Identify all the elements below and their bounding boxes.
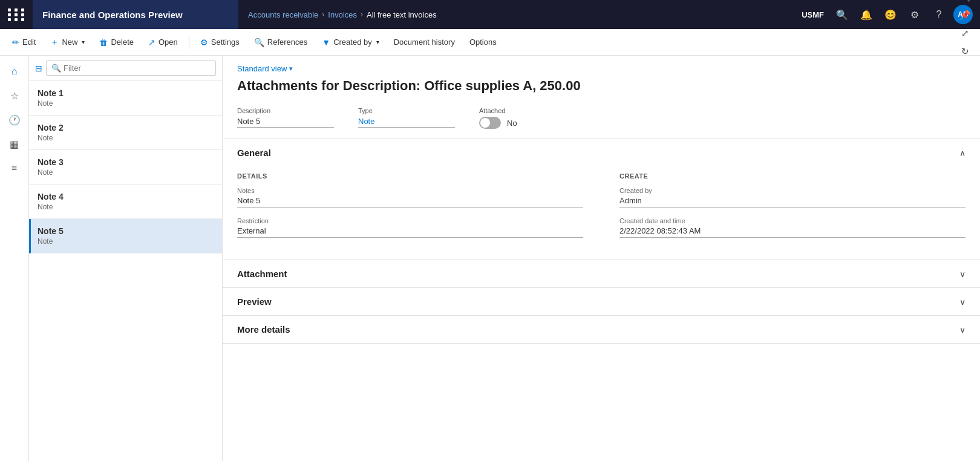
sidebar-icon-home[interactable]: ⌂ <box>4 60 25 82</box>
list-item[interactable]: Note 4 Note <box>29 185 222 219</box>
list-item-subtitle: Note <box>38 99 214 108</box>
action-pin-button[interactable]: 📌 <box>956 6 974 24</box>
standard-view-selector[interactable]: Standard view ▾ <box>237 64 965 73</box>
general-section-title: General <box>237 148 271 158</box>
notes-value[interactable]: Note 5 <box>237 196 583 208</box>
list-item-title: Note 3 <box>38 157 214 167</box>
description-label: Description <box>237 107 334 114</box>
settings-toolbar-button[interactable]: ⚙ Settings <box>194 35 246 50</box>
list-item-title: Note 5 <box>38 226 214 236</box>
list-item[interactable]: Note 3 Note <box>29 150 222 185</box>
created-by-value[interactable]: Admin <box>619 196 965 208</box>
list-item-subtitle: Note <box>38 237 214 246</box>
open-button[interactable]: ↗ Open <box>142 35 184 50</box>
list-items: Note 1 Note Note 2 Note Note 3 Note Note… <box>29 81 222 461</box>
search-button[interactable]: 🔍 <box>832 5 852 24</box>
delete-icon: 🗑 <box>99 38 108 47</box>
list-item-title: Note 2 <box>38 123 214 132</box>
breadcrumb-invoices[interactable]: Invoices <box>328 10 357 19</box>
settings-button[interactable]: ⚙ <box>905 5 924 24</box>
attached-field: Attached No <box>479 107 576 129</box>
toggle-knob <box>480 118 490 128</box>
description-field: Description Note 5 <box>237 107 334 129</box>
attached-toggle-label: No <box>507 119 517 128</box>
main-layout: ⌂ ☆ 🕐 ▦ ≡ ⊟ 🔍 Note 1 Note Note 2 Note No… <box>0 56 980 461</box>
fields-row: Description Note 5 Type Note Attached No <box>223 100 980 139</box>
delete-button[interactable]: 🗑 Delete <box>93 35 140 50</box>
sidebar-icon-list[interactable]: ≡ <box>4 157 25 179</box>
general-section: General ∧ DETAILS Notes Note 5 Restricti… <box>223 139 980 260</box>
edit-button[interactable]: ✏ Edit <box>6 35 42 50</box>
notes-label: Notes <box>237 187 583 194</box>
sidebar-icons: ⌂ ☆ 🕐 ▦ ≡ <box>0 56 29 461</box>
created-date-value[interactable]: 2/22/2022 08:52:43 AM <box>619 226 965 238</box>
preview-section-header[interactable]: Preview ∨ <box>223 288 980 315</box>
type-label: Type <box>358 107 455 114</box>
app-title: Finance and Operations Preview <box>33 0 238 29</box>
options-button[interactable]: Options <box>463 35 503 49</box>
list-item[interactable]: Note 1 Note <box>29 81 222 116</box>
action-expand-button[interactable]: ⤢ <box>956 24 974 42</box>
preview-section-title: Preview <box>237 296 272 307</box>
filter-search-icon: 🔍 <box>51 64 61 73</box>
list-item-title: Note 1 <box>38 88 214 98</box>
detail-header: Standard view ▾ Attachments for Descript… <box>223 56 980 100</box>
type-value[interactable]: Note <box>358 117 455 128</box>
top-bar: Finance and Operations Preview Accounts … <box>0 0 980 29</box>
description-value[interactable]: Note 5 <box>237 117 334 128</box>
top-bar-right: USMF 🔍 🔔 😊 ⚙ ? AD <box>802 5 973 24</box>
breadcrumb: Accounts receivable › Invoices › All fre… <box>238 10 802 19</box>
list-item-subtitle: Note <box>38 134 214 142</box>
action-search-button[interactable]: 🔍 <box>956 0 974 6</box>
notes-field: Notes Note 5 <box>237 187 583 208</box>
sidebar-icon-grid[interactable]: ▦ <box>4 133 25 155</box>
general-section-header[interactable]: General ∧ <box>223 139 980 166</box>
details-col-left: DETAILS Notes Note 5 Restriction Externa… <box>237 172 583 247</box>
document-history-button[interactable]: Document history <box>388 35 461 49</box>
restriction-label: Restriction <box>237 217 583 224</box>
preview-section: Preview ∨ <box>223 288 980 316</box>
filter-icon: ▼ <box>322 38 330 47</box>
sidebar-icon-clock[interactable]: 🕐 <box>4 109 25 131</box>
open-icon: ↗ <box>148 38 155 47</box>
help-button[interactable]: ? <box>929 5 949 24</box>
new-button[interactable]: ＋ New <box>44 34 91 50</box>
list-item[interactable]: Note 2 Note <box>29 116 222 150</box>
notifications-button[interactable]: 🔔 <box>857 5 876 24</box>
breadcrumb-current: All free text invoices <box>367 10 437 19</box>
list-item-selected[interactable]: Note 5 Note <box>29 219 222 253</box>
attached-label: Attached <box>479 107 576 114</box>
sidebar-icon-star[interactable]: ☆ <box>4 85 25 106</box>
action-bar: ✏ Edit ＋ New 🗑 Delete ↗ Open ⚙ Settings … <box>0 29 980 56</box>
attachment-section-chevron-icon: ∨ <box>959 269 965 279</box>
org-selector[interactable]: USMF <box>802 10 824 19</box>
references-icon: 🔍 <box>254 38 264 47</box>
general-section-chevron-icon: ∧ <box>959 148 965 158</box>
attachment-section-header[interactable]: Attachment ∨ <box>223 260 980 287</box>
attachment-section-title: Attachment <box>237 269 287 279</box>
general-details-grid: DETAILS Notes Note 5 Restriction Externa… <box>237 172 965 247</box>
created-by-label: Created by <box>619 187 965 194</box>
apps-menu-button[interactable] <box>7 5 27 24</box>
filter-input[interactable] <box>64 64 211 73</box>
separator-1 <box>189 36 189 48</box>
settings-toolbar-icon: ⚙ <box>200 38 208 47</box>
created-by-field: Created by Admin <box>619 187 965 208</box>
references-button[interactable]: 🔍 References <box>248 35 313 50</box>
attached-toggle[interactable] <box>479 117 501 129</box>
created-date-label: Created date and time <box>619 217 965 224</box>
breadcrumb-sep-1: › <box>322 10 324 19</box>
restriction-value[interactable]: External <box>237 226 583 238</box>
standard-view-chevron-icon: ▾ <box>289 65 293 73</box>
list-item-title: Note 4 <box>38 192 214 201</box>
emoji-button[interactable]: 😊 <box>881 5 900 24</box>
created-date-field: Created date and time 2/22/2022 08:52:43… <box>619 217 965 238</box>
breadcrumb-accounts-receivable[interactable]: Accounts receivable <box>248 10 318 19</box>
filter-funnel-icon[interactable]: ⊟ <box>35 64 42 73</box>
restriction-field: Restriction External <box>237 217 583 238</box>
edit-icon: ✏ <box>12 38 19 47</box>
attachment-section: Attachment ∨ <box>223 260 980 288</box>
more-details-section-header[interactable]: More details ∨ <box>223 316 980 343</box>
list-panel: ⊟ 🔍 Note 1 Note Note 2 Note Note 3 Note … <box>29 56 223 461</box>
created-by-button[interactable]: ▼ Created by <box>316 35 385 50</box>
